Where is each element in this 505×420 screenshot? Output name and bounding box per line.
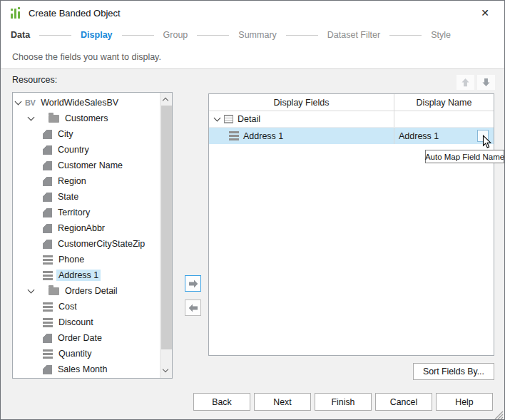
display-fields-table[interactable]: Display Fields Display Name DetailAddres… [208, 93, 494, 356]
tree-item-regionabbr[interactable]: RegionAbbr [13, 220, 160, 236]
sort-fields-by-button[interactable]: Sort Fields By... [413, 363, 494, 380]
close-icon[interactable]: ✕ [477, 6, 493, 20]
tree-item-address-1[interactable]: Address 1 [13, 267, 160, 283]
text-field-icon [43, 271, 53, 280]
tree-item-label: Address 1 [56, 270, 101, 281]
tree-item-label: State [56, 191, 81, 203]
tree-scrollbar[interactable] [160, 93, 172, 378]
scrollbar-thumb[interactable] [161, 106, 172, 349]
finish-button[interactable]: Finish [315, 393, 372, 411]
tree-item-sales-month[interactable]: Sales Month [13, 362, 160, 377]
column-field-icon [43, 161, 52, 170]
move-down-button[interactable] [477, 75, 495, 90]
tree-item-order-date[interactable]: Order Date [13, 330, 160, 346]
down-arrow-icon [481, 77, 491, 88]
tree-item-label: Region [56, 175, 88, 187]
chevron-down-icon[interactable] [15, 98, 22, 106]
tree-item-label: Orders Detail [63, 285, 120, 297]
back-button[interactable]: Back [193, 393, 250, 411]
next-button[interactable]: Next [254, 393, 311, 411]
tree-item-phone[interactable]: Phone [13, 252, 160, 267]
resize-grip[interactable] [494, 411, 504, 420]
wizard-steps: DataDisplayGroupSummaryDataset FilterSty… [1, 26, 504, 43]
remove-field-button[interactable] [185, 299, 201, 316]
tree-item-label: Customer Name [56, 160, 125, 171]
column-field-icon [43, 193, 52, 202]
column-field-icon [43, 130, 52, 139]
dialog-content: Resources: BVWorldWideSalesBVCustomersCi… [1, 69, 504, 420]
column-field-icon [43, 365, 52, 374]
tree-item-country[interactable]: Country [13, 142, 160, 158]
tree-item-customers[interactable]: Customers [13, 111, 160, 126]
tree-item-worldwidesalesbv[interactable]: BVWorldWideSalesBV [13, 95, 160, 111]
create-banded-object-dialog: { "window": { "title": "Create Banded Ob… [0, 0, 505, 420]
step-connector-line [197, 35, 229, 36]
reorder-buttons [456, 75, 495, 90]
wizard-step-style[interactable]: Style [431, 30, 451, 40]
help-button[interactable]: Help [436, 393, 493, 411]
tree-item-label: CustomerCityStateZip [56, 238, 147, 250]
tree-item-discount[interactable]: Discount [13, 314, 160, 330]
tree-item-label: Phone [56, 254, 86, 265]
move-up-button[interactable] [456, 75, 474, 90]
step-connector-line [122, 35, 154, 36]
chevron-down-icon[interactable] [28, 114, 35, 121]
step-connector-line [39, 35, 71, 36]
column-field-icon [43, 177, 52, 186]
up-arrow-icon [460, 77, 471, 88]
tree-item-label: Discount [56, 317, 96, 328]
tree-item-label: Order Date [56, 332, 104, 344]
table-row-detail[interactable]: Detail [209, 111, 494, 128]
tree-item-customer-name[interactable]: Customer Name [13, 158, 160, 173]
column-field-icon [43, 334, 52, 343]
column-header-display-name: Display Name [394, 94, 494, 111]
automap-tooltip: Auto Map Field Name [425, 150, 504, 163]
table-body: DetailAddress 1Address 1 [209, 111, 494, 144]
column-field-icon [43, 240, 52, 249]
footer-buttons: Back Next Finish Cancel Help [193, 393, 493, 411]
add-field-button[interactable] [185, 275, 201, 292]
text-field-icon [43, 255, 53, 265]
chevron-down-icon[interactable] [28, 287, 35, 294]
display-name-value[interactable]: Address 1 [399, 131, 439, 141]
tree-item-territory[interactable]: Territory [13, 205, 160, 220]
chevron-down-icon[interactable] [214, 115, 221, 122]
wizard-step-summary[interactable]: Summary [238, 30, 276, 40]
tree-item-label: Customers [63, 113, 110, 124]
tree-item-label: Sales Month [56, 364, 109, 375]
tree-item-state[interactable]: State [13, 189, 160, 205]
tree-rows: BVWorldWideSalesBVCustomersCityCountryCu… [13, 95, 160, 377]
scroll-down-icon[interactable] [163, 367, 169, 373]
column-header-display-fields: Display Fields [209, 94, 394, 111]
left-arrow-icon [188, 302, 199, 314]
resources-tree[interactable]: BVWorldWideSalesBVCustomersCityCountryCu… [12, 92, 173, 379]
display-field-label: Detail [238, 114, 260, 124]
tree-item-label: Territory [56, 207, 92, 218]
tree-item-region[interactable]: Region [13, 173, 160, 189]
tree-item-city[interactable]: City [13, 126, 160, 142]
tree-item-customercitystatezip[interactable]: CustomerCityStateZip [13, 236, 160, 252]
title-bar: Create Banded Object ✕ [1, 1, 504, 25]
tree-item-cost[interactable]: Cost [13, 299, 160, 314]
table-row-address-1[interactable]: Address 1Address 1 [209, 128, 494, 144]
wizard-step-data[interactable]: Data [11, 30, 30, 40]
folder-icon [49, 115, 59, 123]
step-connector-line [389, 35, 422, 36]
scroll-up-icon[interactable] [163, 96, 169, 102]
tree-item-orders-detail[interactable]: Orders Detail [13, 283, 160, 299]
wizard-step-display[interactable]: Display [81, 30, 112, 40]
window-title: Create Banded Object [29, 8, 121, 19]
subtitle-row: Choose the fields you want to display. [1, 45, 504, 69]
app-logo-bar-chart-icon [11, 7, 23, 19]
column-field-icon [43, 145, 52, 155]
tree-item-label: Quantity [56, 348, 94, 359]
mouse-cursor [482, 135, 492, 151]
tree-item-quantity[interactable]: Quantity [13, 346, 160, 362]
wizard-step-group[interactable]: Group [163, 30, 188, 40]
column-field-icon [43, 208, 52, 217]
detail-band-icon [224, 115, 233, 123]
display-field-label: Address 1 [243, 131, 283, 141]
text-field-icon [43, 302, 53, 312]
wizard-step-dataset-filter[interactable]: Dataset Filter [327, 30, 380, 40]
cancel-button[interactable]: Cancel [375, 393, 432, 411]
